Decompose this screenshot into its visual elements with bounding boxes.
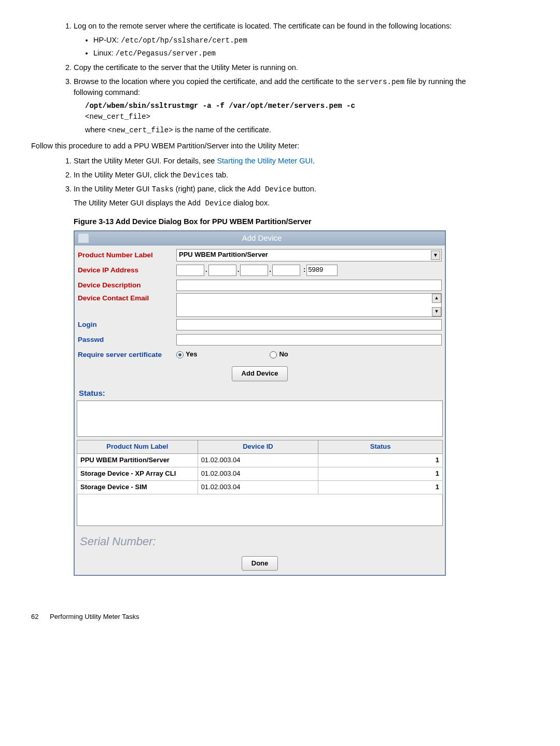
scroll-up-icon[interactable]: ▲: [432, 294, 441, 303]
passwd-input[interactable]: [176, 334, 442, 346]
proc-step-1: Start the Utility Meter GUI. For details…: [74, 156, 467, 167]
email-textarea[interactable]: ▲ ▼: [176, 293, 442, 317]
ip-octet-2[interactable]: [208, 265, 236, 276]
intro-paragraph: Follow this procedure to add a PPU WBEM …: [31, 141, 467, 151]
description-input[interactable]: [176, 280, 442, 291]
page-footer: 62 Performing Utility Meter Tasks: [31, 612, 467, 622]
command-arg: <new_cert_file>: [85, 113, 150, 121]
label-passwd: Passwd: [76, 335, 176, 345]
command: /opt/wbem/sbin/ssltrustmgr -a -f /var/op…: [85, 102, 355, 110]
figure-caption: Figure 3-13 Add Device Dialog Box for PP…: [74, 216, 467, 227]
serial-number-label: Serial Number:: [76, 526, 444, 552]
step-1: Log on to the remote server where the ce…: [74, 21, 467, 59]
label-product: Product Number Label: [76, 250, 176, 260]
footer-title: Performing Utility Meter Tasks: [50, 613, 139, 620]
step-1-text: Log on to the remote server where the ce…: [74, 22, 452, 30]
ip-octet-1[interactable]: [176, 265, 204, 276]
dialog-title: Add Device: [79, 232, 445, 244]
login-input[interactable]: [176, 319, 442, 330]
label-login: Login: [76, 320, 176, 330]
th-status: Status: [318, 440, 443, 454]
status-area: [77, 400, 443, 437]
radio-yes[interactable]: [176, 351, 184, 358]
scroll-down-icon[interactable]: ▼: [432, 307, 441, 316]
product-select[interactable]: PPU WBEM Partition/Server ▼: [176, 249, 442, 261]
label-reqcert: Require server certificate: [76, 350, 176, 360]
link-starting-gui[interactable]: Starting the Utility Meter GUI: [217, 157, 313, 165]
proc-step-3: In the Utility Meter GUI Tasks (right) p…: [74, 184, 467, 209]
label-ip: Device IP Address: [76, 265, 176, 275]
add-device-dialog: Add Device Product Number Label PPU WBEM…: [74, 230, 446, 576]
ip-octet-4[interactable]: [272, 265, 300, 276]
port-input[interactable]: 5989: [306, 265, 338, 276]
bullet-linux: Linux: /etc/Pegasus/server.pem: [93, 48, 467, 59]
label-desc: Device Description: [76, 280, 176, 291]
page-number: 62: [31, 613, 38, 620]
bullet-hpux: HP-UX: /etc/opt/hp/sslshare/cert.pem: [93, 35, 467, 46]
table-empty-area: [77, 494, 443, 526]
th-product: Product Num Label: [77, 440, 198, 454]
ip-octet-3[interactable]: [240, 265, 268, 276]
step-2: Copy the certificate to the server that …: [74, 62, 467, 73]
table-row: Storage Device - XP Array CLI 01.02.003.…: [77, 467, 443, 481]
titlebar: Add Device: [75, 231, 445, 245]
th-deviceid: Device ID: [198, 440, 318, 454]
device-table: Product Num Label Device ID Status PPU W…: [77, 440, 443, 494]
proc-step-2: In the Utility Meter GUI, click the Devi…: [74, 170, 467, 181]
done-button[interactable]: Done: [242, 556, 278, 571]
radio-no[interactable]: [270, 351, 277, 358]
add-device-button[interactable]: Add Device: [232, 366, 288, 381]
status-label: Status:: [76, 385, 444, 401]
chevron-down-icon[interactable]: ▼: [431, 251, 440, 260]
step-3: Browse to the location where you copied …: [74, 76, 467, 135]
table-row: Storage Device - SIM 01.02.003.04 1: [77, 480, 443, 494]
label-email: Device Contact Email: [76, 293, 176, 303]
table-row: PPU WBEM Partition/Server 01.02.003.04 1: [77, 454, 443, 467]
